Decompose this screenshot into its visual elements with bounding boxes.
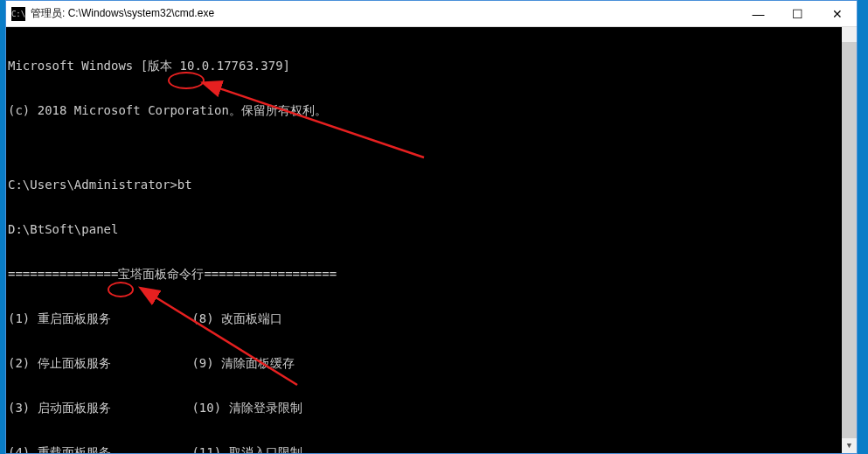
scrollbar[interactable]: ▲ ▼ xyxy=(842,27,857,453)
console-line: ===============宝塔面板命令行================== xyxy=(8,267,857,282)
titlebar[interactable]: C:\ 管理员: C:\Windows\system32\cmd.exe — ☐… xyxy=(6,1,857,27)
console-line: (2) 停止面板服务 (9) 清除面板缓存 xyxy=(8,356,857,371)
console-line: (1) 重启面板服务 (8) 改面板端口 xyxy=(8,311,857,326)
close-button[interactable]: ✕ xyxy=(817,1,857,26)
console-output[interactable]: Microsoft Windows [版本 10.0.17763.379] (c… xyxy=(6,27,857,453)
console-line: (3) 启动面板服务 (10) 清除登录限制 xyxy=(8,401,857,416)
scroll-thumb[interactable] xyxy=(842,42,857,444)
console-line: Microsoft Windows [版本 10.0.17763.379] xyxy=(8,59,857,73)
window-title: 管理员: C:\Windows\system32\cmd.exe xyxy=(31,6,739,21)
console-line: (c) 2018 Microsoft Corporation。保留所有权利。 xyxy=(8,103,857,118)
minimize-button[interactable]: — xyxy=(739,1,778,26)
console-line: (4) 重载面板服务 (11) 取消入口限制 xyxy=(8,445,857,453)
scroll-down-button[interactable]: ▼ xyxy=(842,438,857,453)
window-controls: — ☐ ✕ xyxy=(739,1,857,26)
console-line: C:\Users\Administrator>bt xyxy=(8,178,857,192)
console-line: D:\BtSoft\panel xyxy=(8,222,857,237)
maximize-button[interactable]: ☐ xyxy=(778,1,817,26)
cmd-icon: C:\ xyxy=(11,7,25,21)
cmd-window: C:\ 管理员: C:\Windows\system32\cmd.exe — ☐… xyxy=(5,0,858,454)
